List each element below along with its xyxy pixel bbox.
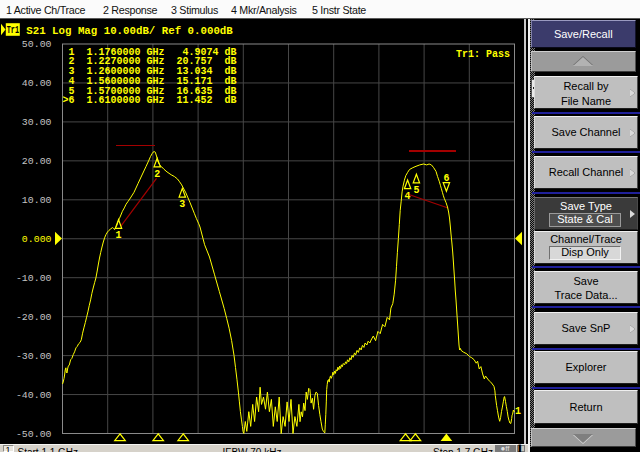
svg-text:Tr1: Tr1: [7, 25, 19, 36]
svg-text:50.00: 50.00: [22, 39, 52, 50]
svg-text:-40.00: -40.00: [16, 390, 52, 401]
svg-text:>6 1.6100000 GHz 11.452 dB: >6 1.6100000 GHz 11.452 dB: [63, 95, 237, 106]
svg-text:1: 1: [115, 230, 121, 241]
svg-text:10.00: 10.00: [22, 195, 52, 206]
svg-text:0.000: 0.000: [22, 234, 52, 245]
svg-text:S21 Log Mag 10.00dB/ Ref 0.000: S21 Log Mag 10.00dB/ Ref 0.000dB: [26, 25, 233, 37]
svg-text:5: 5: [413, 185, 419, 196]
svg-text:2: 2: [154, 169, 160, 180]
svg-text:40.00: 40.00: [22, 78, 52, 89]
svg-text:-10.00: -10.00: [16, 273, 52, 284]
svg-text:Tr1: Pass: Tr1: Pass: [456, 49, 510, 60]
svg-text:-30.00: -30.00: [16, 351, 52, 362]
svg-text:1: 1: [515, 406, 521, 417]
svg-text:30.00: 30.00: [22, 117, 52, 128]
svg-text:20.00: 20.00: [22, 156, 52, 167]
svg-text:3: 3: [179, 199, 185, 210]
svg-text:6: 6: [443, 173, 449, 184]
svg-text:-50.00: -50.00: [16, 429, 52, 440]
svg-text:-20.00: -20.00: [16, 312, 52, 323]
svg-text:4: 4: [405, 191, 411, 202]
